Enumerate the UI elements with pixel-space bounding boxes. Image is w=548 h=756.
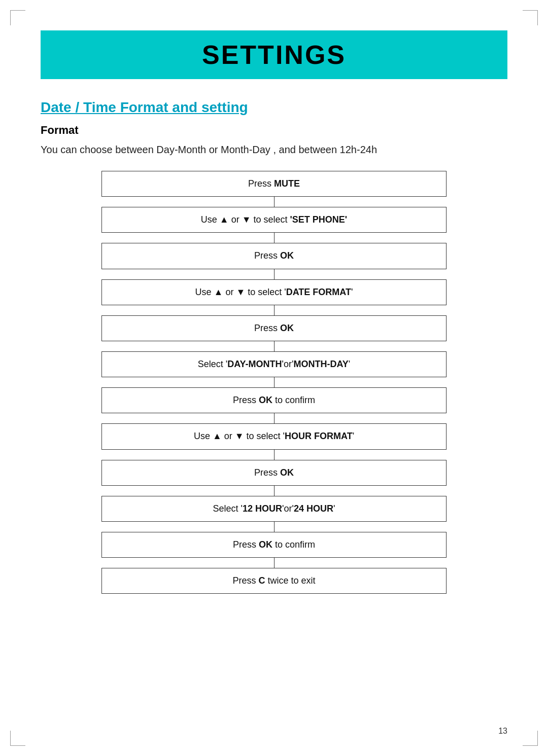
flow-step-1: Press MUTE (101, 171, 447, 197)
flow-step-8: Use ▲ or ▼ to select 'HOUR FORMAT' (101, 423, 447, 449)
connector-4 (274, 305, 275, 315)
connector-5 (274, 341, 275, 351)
connector-10 (274, 522, 275, 532)
flow-step-9: Press OK (101, 460, 447, 486)
corner-mark-tr (523, 10, 538, 25)
corner-mark-tl (10, 10, 25, 25)
flow-step-10: Select '12 HOUR'or'24 HOUR' (101, 496, 447, 522)
flow-diagram: Press MUTE Use ▲ or ▼ to select 'SET PHO… (101, 171, 447, 594)
flow-step-4: Use ▲ or ▼ to select 'DATE FORMAT' (101, 279, 447, 305)
connector-9 (274, 486, 275, 496)
connector-7 (274, 413, 275, 423)
connector-3 (274, 269, 275, 279)
connector-1 (274, 197, 275, 207)
flow-step-5: Press OK (101, 315, 447, 341)
description-text: You can choose between Day-Month or Mont… (41, 144, 507, 156)
flow-step-6: Select 'DAY-MONTH'or'MONTH-DAY' (101, 351, 447, 377)
connector-11 (274, 558, 275, 568)
connector-6 (274, 377, 275, 387)
flow-step-12: Press C twice to exit (101, 568, 447, 594)
connector-8 (274, 450, 275, 460)
flow-step-3: Press OK (101, 243, 447, 269)
corner-mark-br (523, 731, 538, 746)
page-number: 13 (498, 727, 507, 736)
page-title: SETTINGS (41, 40, 507, 70)
page: SETTINGS Date / Time Format and setting … (0, 0, 548, 756)
subsection-label: Format (41, 124, 507, 137)
corner-mark-bl (10, 731, 25, 746)
section-title: Date / Time Format and setting (41, 99, 507, 116)
header-banner: SETTINGS (41, 30, 507, 79)
connector-2 (274, 233, 275, 243)
flow-step-11: Press OK to confirm (101, 532, 447, 558)
flow-step-2: Use ▲ or ▼ to select 'SET PHONE' (101, 207, 447, 233)
flow-step-7: Press OK to confirm (101, 387, 447, 413)
